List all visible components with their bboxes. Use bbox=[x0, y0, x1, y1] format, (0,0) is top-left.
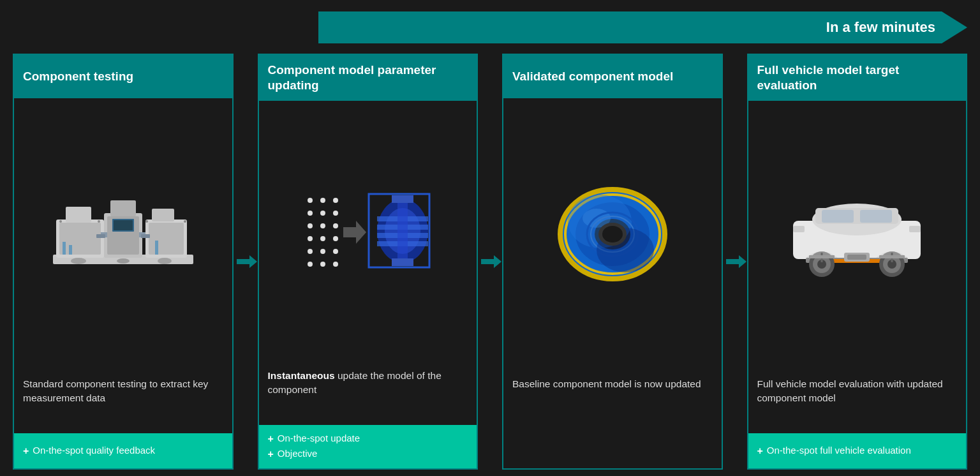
svg-point-34 bbox=[320, 211, 325, 216]
svg-rect-17 bbox=[155, 241, 158, 255]
svg-marker-26 bbox=[237, 255, 257, 268]
svg-rect-84 bbox=[909, 226, 921, 232]
svg-point-30 bbox=[308, 236, 313, 241]
svg-point-27 bbox=[308, 198, 313, 203]
machine-icon bbox=[47, 184, 200, 283]
card-wrapper-4: Full vehicle model target evaluation bbox=[747, 54, 968, 470]
svg-point-31 bbox=[308, 249, 313, 254]
banner-text: In a few minutes bbox=[826, 19, 935, 36]
arrow-icon-3 bbox=[724, 250, 746, 273]
card-desc-4: Full vehicle model evaluation with updat… bbox=[748, 369, 967, 433]
card-desc-2: Instantaneous update the model of the co… bbox=[259, 361, 477, 425]
svg-point-39 bbox=[333, 198, 338, 203]
svg-point-18 bbox=[59, 220, 62, 223]
svg-rect-73 bbox=[822, 210, 854, 223]
card-title-4: Full vehicle model target evaluation bbox=[757, 63, 958, 93]
svg-point-12 bbox=[71, 258, 86, 264]
arrow-2 bbox=[478, 54, 502, 470]
arrow-icon-1 bbox=[234, 250, 257, 273]
svg-rect-10 bbox=[110, 200, 136, 216]
card-model-updating: Component model parameter updating bbox=[258, 54, 479, 470]
svg-marker-69 bbox=[726, 255, 746, 268]
svg-marker-45 bbox=[343, 221, 366, 244]
svg-rect-55 bbox=[392, 258, 413, 266]
card-header-3: Validated component model bbox=[503, 55, 722, 98]
svg-rect-87 bbox=[809, 255, 835, 258]
card-image-2 bbox=[259, 101, 477, 362]
time-arrow: In a few minutes bbox=[318, 11, 967, 43]
svg-rect-23 bbox=[114, 220, 133, 230]
arrow-3 bbox=[723, 54, 747, 470]
arrow-1 bbox=[234, 54, 258, 470]
card-desc-1: Standard component testing to extract ke… bbox=[14, 369, 232, 433]
svg-rect-24 bbox=[96, 234, 105, 238]
top-banner: In a few minutes bbox=[13, 11, 967, 43]
card-title-1: Component testing bbox=[23, 69, 133, 84]
svg-point-21 bbox=[184, 220, 186, 223]
svg-rect-88 bbox=[879, 255, 905, 258]
card-title-2: Component model parameter updating bbox=[268, 63, 468, 93]
footer-item-2-2: + Objective bbox=[268, 447, 468, 462]
svg-point-37 bbox=[320, 249, 325, 254]
svg-point-38 bbox=[320, 262, 325, 267]
card-image-3 bbox=[503, 98, 722, 369]
card-wrapper-1: Component testing bbox=[13, 54, 234, 470]
card-vehicle-evaluation: Full vehicle model target evaluation bbox=[747, 54, 968, 470]
svg-rect-6 bbox=[149, 223, 184, 255]
svg-point-13 bbox=[117, 258, 130, 264]
card-footer-4: + On-the-spot full vehicle evaluation bbox=[748, 433, 967, 468]
card-image-1 bbox=[14, 98, 232, 369]
card-footer-2: + On-the-spot update + Objective bbox=[259, 425, 477, 468]
card-footer-1: + On-the-spot quality feedback bbox=[14, 433, 232, 468]
svg-rect-11 bbox=[152, 209, 174, 221]
card-header-1: Component testing bbox=[14, 55, 232, 98]
svg-rect-9 bbox=[66, 207, 91, 223]
torque-converter-icon bbox=[552, 183, 673, 285]
svg-point-36 bbox=[320, 236, 325, 241]
svg-rect-74 bbox=[860, 210, 892, 223]
svg-point-29 bbox=[308, 223, 313, 228]
svg-rect-83 bbox=[793, 226, 805, 232]
svg-point-43 bbox=[333, 249, 338, 254]
card-wrapper-3: Validated component model bbox=[502, 54, 723, 470]
svg-point-32 bbox=[308, 262, 313, 267]
svg-point-42 bbox=[333, 236, 338, 241]
card-header-4: Full vehicle model target evaluation bbox=[748, 55, 967, 101]
footer-item-1-1: + On-the-spot quality feedback bbox=[23, 443, 223, 459]
card-image-4 bbox=[748, 101, 967, 370]
svg-point-68 bbox=[602, 226, 623, 242]
card-header-2: Component model parameter updating bbox=[259, 55, 477, 101]
svg-point-33 bbox=[320, 198, 325, 203]
cards-row: Component testing bbox=[13, 54, 967, 470]
svg-point-28 bbox=[308, 211, 313, 216]
card-validated-model: Validated component model bbox=[502, 54, 723, 470]
svg-point-20 bbox=[145, 220, 148, 223]
svg-rect-53 bbox=[397, 197, 408, 265]
card-wrapper-2: Component model parameter updating bbox=[258, 54, 479, 470]
svg-marker-56 bbox=[481, 255, 501, 268]
card-component-testing: Component testing bbox=[13, 54, 234, 470]
svg-rect-25 bbox=[141, 234, 150, 238]
svg-rect-15 bbox=[63, 242, 66, 255]
svg-point-44 bbox=[333, 262, 338, 267]
svg-point-41 bbox=[333, 223, 338, 228]
card-desc-3: Baseline component model is now updated bbox=[503, 369, 722, 433]
svg-rect-90 bbox=[847, 255, 866, 260]
svg-point-14 bbox=[158, 258, 172, 264]
footer-item-2-1: + On-the-spot update bbox=[268, 431, 468, 447]
svg-point-40 bbox=[333, 211, 338, 216]
svg-point-19 bbox=[98, 220, 100, 223]
footer-item-4-1: + On-the-spot full vehicle evaluation bbox=[757, 443, 958, 459]
svg-point-35 bbox=[320, 223, 325, 228]
car-drivetrain-icon bbox=[787, 189, 927, 281]
model-update-icon bbox=[297, 181, 438, 280]
arrow-icon-2 bbox=[479, 250, 501, 273]
card-title-3: Validated component model bbox=[512, 69, 673, 84]
svg-rect-54 bbox=[392, 195, 413, 203]
svg-rect-16 bbox=[69, 245, 72, 255]
